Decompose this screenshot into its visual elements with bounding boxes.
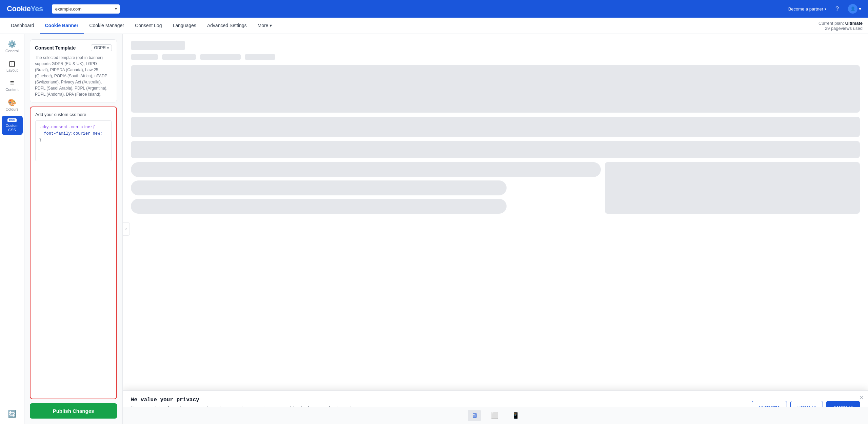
consent-template-card: Consent Template GDPR ▾ The selected tem… bbox=[30, 39, 117, 102]
plan-value: Ultimate bbox=[845, 21, 863, 26]
preview-header-skeleton bbox=[123, 34, 868, 65]
pageviews-used: 29 pageviews used bbox=[825, 26, 863, 31]
custom-css-icon: CSS bbox=[7, 118, 17, 122]
preview-area: ‹ bbox=[123, 34, 868, 424]
nav-tabs: Dashboard Cookie Banner Cookie Manager C… bbox=[5, 18, 277, 34]
tab-cookie-manager[interactable]: Cookie Manager bbox=[84, 18, 130, 34]
skeleton-nav bbox=[131, 54, 860, 60]
topbar-right: Become a partner ▾ ? 👤 ▾ bbox=[788, 3, 861, 14]
main-layout: ⚙️ General ◫ Layout ≡ Content 🎨 Colours … bbox=[0, 34, 868, 424]
skeleton-pill-2 bbox=[131, 180, 507, 195]
user-menu-button[interactable]: 👤 ▾ bbox=[848, 4, 861, 14]
general-label: General bbox=[5, 49, 19, 53]
skeleton-left-col bbox=[131, 162, 601, 214]
skeleton-pill-1 bbox=[131, 162, 601, 177]
left-panel: Consent Template GDPR ▾ The selected tem… bbox=[24, 34, 123, 424]
sidebar-item-layout[interactable]: ◫ Layout bbox=[2, 57, 23, 75]
support-icon: 🔄 bbox=[8, 410, 16, 417]
custom-css-card: Add your custom css here .cky-consent-co… bbox=[30, 107, 117, 399]
skeleton-nav-item bbox=[200, 54, 241, 60]
skeleton-nav-item bbox=[131, 54, 158, 60]
help-icon[interactable]: ? bbox=[832, 3, 843, 14]
colours-icon: 🎨 bbox=[8, 99, 16, 106]
secondary-nav: Dashboard Cookie Banner Cookie Manager C… bbox=[0, 18, 868, 34]
plan-label: Current plan: bbox=[818, 21, 845, 26]
skeleton-pill-3 bbox=[131, 199, 507, 214]
device-selector: 🖥 ⬜ 📱 bbox=[123, 407, 868, 424]
colours-label: Colours bbox=[6, 107, 19, 112]
skeleton-hero bbox=[131, 65, 860, 113]
logo-text: Cookie bbox=[7, 4, 31, 13]
skeleton-two-col bbox=[131, 162, 860, 214]
gdpr-value: GDPR bbox=[94, 45, 106, 50]
current-plan: Current plan: Ultimate 29 pageviews used bbox=[818, 21, 863, 31]
close-banner-button[interactable]: × bbox=[860, 394, 863, 401]
consent-template-header: Consent Template GDPR ▾ bbox=[35, 44, 112, 51]
topbar: CookieYes example.com Become a partner ▾… bbox=[0, 0, 868, 18]
logo: CookieYes bbox=[7, 4, 43, 13]
custom-css-label: Custom CSS bbox=[5, 123, 19, 132]
domain-selector-wrapper[interactable]: example.com bbox=[52, 4, 120, 14]
domain-selector[interactable]: example.com bbox=[52, 4, 120, 14]
skeleton-logo bbox=[131, 41, 185, 50]
tab-languages[interactable]: Languages bbox=[167, 18, 201, 34]
gdpr-selector-button[interactable]: GDPR ▾ bbox=[91, 44, 112, 51]
mobile-view-button[interactable]: 📱 bbox=[509, 410, 523, 421]
tab-dashboard[interactable]: Dashboard bbox=[5, 18, 40, 34]
sidebar-item-support[interactable]: 🔄 bbox=[2, 408, 23, 420]
css-editor[interactable]: .cky-consent-container{ font-family:cour… bbox=[35, 120, 112, 161]
skeleton-nav-item bbox=[245, 54, 275, 60]
banner-title: We value your privacy bbox=[131, 397, 745, 403]
user-avatar: 👤 bbox=[848, 4, 857, 14]
sidebar-item-general[interactable]: ⚙️ General bbox=[2, 38, 23, 56]
sidebar-item-colours[interactable]: 🎨 Colours bbox=[2, 96, 23, 114]
tab-consent-log[interactable]: Consent Log bbox=[130, 18, 167, 34]
css-property: font-family:courier new; bbox=[39, 131, 102, 136]
tab-cookie-banner[interactable]: Cookie Banner bbox=[40, 18, 84, 34]
css-closing-brace: } bbox=[39, 138, 41, 142]
consent-template-body: The selected template (opt-in banner) su… bbox=[35, 55, 112, 97]
content-label: Content bbox=[5, 88, 19, 92]
consent-template-title: Consent Template bbox=[35, 45, 76, 51]
collapse-panel-button[interactable]: ‹ bbox=[123, 222, 130, 236]
layout-icon: ◫ bbox=[9, 60, 15, 67]
layout-label: Layout bbox=[6, 68, 18, 73]
become-partner-button[interactable]: Become a partner ▾ bbox=[788, 6, 826, 12]
content-icon: ≡ bbox=[10, 79, 14, 86]
skeleton-section-1 bbox=[131, 117, 860, 137]
publish-changes-button[interactable]: Publish Changes bbox=[30, 403, 117, 419]
skeleton-nav-item bbox=[162, 54, 196, 60]
css-class-selector: .cky-consent-container{ bbox=[39, 125, 95, 130]
icon-sidebar: ⚙️ General ◫ Layout ≡ Content 🎨 Colours … bbox=[0, 34, 24, 424]
general-icon: ⚙️ bbox=[8, 41, 16, 47]
partner-label: Become a partner bbox=[788, 6, 823, 12]
sidebar-item-custom-css[interactable]: CSS Custom CSS bbox=[2, 116, 23, 135]
preview-content: × We value your privacy We use cookies t… bbox=[123, 34, 868, 424]
skeleton-section-2 bbox=[131, 141, 860, 158]
tablet-view-button[interactable]: ⬜ bbox=[488, 410, 502, 421]
logo-eye: Yes bbox=[31, 4, 43, 13]
partner-chevron-icon: ▾ bbox=[825, 7, 826, 11]
skeleton-right-col bbox=[605, 162, 860, 214]
tab-advanced-settings[interactable]: Advanced Settings bbox=[202, 18, 252, 34]
gdpr-chevron-icon: ▾ bbox=[107, 46, 109, 50]
css-badge: CSS bbox=[7, 118, 17, 122]
sidebar-item-content[interactable]: ≡ Content bbox=[2, 77, 23, 95]
tab-more[interactable]: More ▾ bbox=[252, 18, 278, 34]
user-chevron-icon: ▾ bbox=[859, 6, 861, 12]
custom-css-title: Add your custom css here bbox=[35, 112, 112, 117]
desktop-view-button[interactable]: 🖥 bbox=[468, 410, 481, 421]
